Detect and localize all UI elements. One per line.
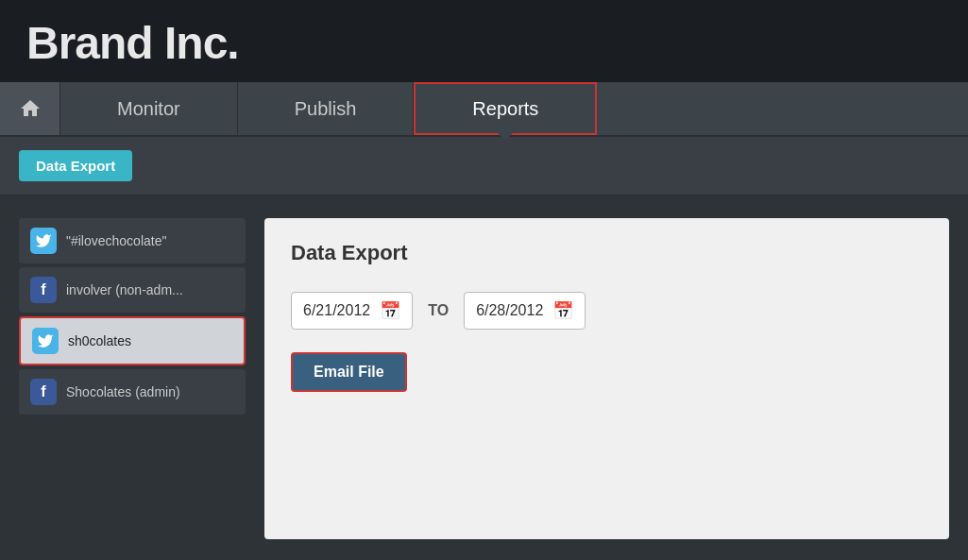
account-name-shocolates-admin: Shocolates (admin): [66, 384, 180, 399]
account-name-sh0colates: sh0colates: [68, 333, 131, 348]
panel-title: Data Export: [291, 241, 923, 265]
date-range-row: 6/21/2012 📅 TO 6/28/2012 📅: [291, 292, 923, 330]
twitter-icon-ilovechocolate: [30, 228, 57, 254]
data-export-panel: Data Export 6/21/2012 📅 TO 6/28/2012 📅 E…: [264, 218, 949, 539]
app-title: Brand Inc.: [26, 17, 942, 69]
tab-reports[interactable]: Reports: [414, 82, 597, 135]
main-nav: Monitor Publish Reports: [0, 82, 968, 137]
email-file-button[interactable]: Email File: [291, 352, 407, 392]
tab-monitor[interactable]: Monitor: [60, 82, 238, 135]
main-content: "#ilovechocolate" f involver (non-adm...…: [0, 195, 968, 560]
facebook-icon-shocolates: f: [30, 379, 57, 405]
account-name-ilovechocolate: "#ilovechocolate": [66, 233, 166, 248]
account-item-sh0colates[interactable]: sh0colates: [19, 316, 246, 365]
app-header: Brand Inc.: [0, 0, 968, 82]
to-label: TO: [428, 302, 449, 319]
data-export-button[interactable]: Data Export: [19, 150, 132, 181]
account-item-ilovechocolate[interactable]: "#ilovechocolate": [19, 218, 246, 263]
to-date-input[interactable]: 6/28/2012 📅: [464, 292, 586, 330]
account-item-shocolates-admin[interactable]: f Shocolates (admin): [19, 369, 246, 415]
facebook-icon-involver: f: [30, 277, 57, 303]
account-item-involver[interactable]: f involver (non-adm...: [19, 267, 246, 313]
to-date-value: 6/28/2012: [476, 302, 543, 319]
from-date-input[interactable]: 6/21/2012 📅: [291, 292, 413, 330]
home-button[interactable]: [0, 82, 60, 135]
account-name-involver: involver (non-adm...: [66, 282, 183, 297]
from-date-value: 6/21/2012: [303, 302, 370, 319]
twitter-icon-sh0colates: [32, 328, 59, 354]
tab-publish[interactable]: Publish: [238, 82, 415, 135]
to-calendar-icon: 📅: [552, 300, 573, 321]
home-icon: [19, 97, 42, 120]
subnav-bar: Data Export: [0, 137, 968, 195]
account-list: "#ilovechocolate" f involver (non-adm...…: [19, 218, 246, 539]
from-calendar-icon: 📅: [380, 300, 400, 321]
